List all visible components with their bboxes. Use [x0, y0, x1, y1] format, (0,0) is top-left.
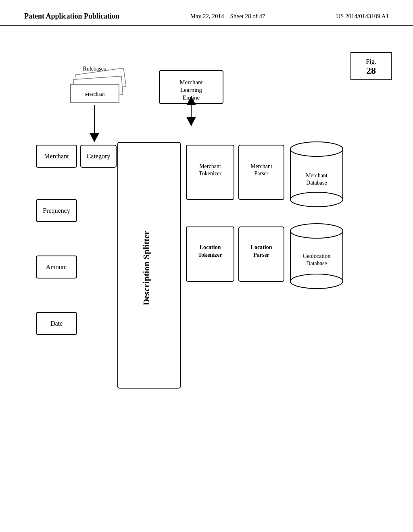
svg-text:Parser: Parser: [254, 170, 269, 177]
svg-text:Location: Location: [251, 244, 272, 250]
svg-rect-3: [75, 68, 126, 93]
svg-text:Tokenizer: Tokenizer: [199, 170, 221, 177]
svg-text:Fig.: Fig.: [366, 58, 376, 65]
svg-marker-19: [186, 96, 196, 105]
svg-point-52: [290, 224, 343, 238]
svg-rect-51: [290, 231, 343, 281]
svg-rect-37: [239, 145, 284, 200]
svg-marker-20: [186, 117, 196, 126]
svg-rect-26: [81, 145, 116, 167]
svg-marker-17: [90, 133, 99, 142]
svg-text:Frequency: Frequency: [43, 207, 70, 214]
diagram-svg: Fig. 28 Issuer Processor Merchant Ruleba…: [0, 30, 413, 522]
publication-title: Patent Application Publication: [24, 11, 119, 21]
svg-text:Date: Date: [50, 320, 63, 327]
svg-point-42: [290, 192, 343, 207]
svg-text:Parser: Parser: [253, 252, 269, 258]
svg-text:Learning: Learning: [180, 87, 202, 93]
svg-text:Merchant: Merchant: [306, 172, 327, 179]
svg-rect-32: [36, 312, 77, 335]
svg-text:Merchant: Merchant: [199, 163, 221, 169]
svg-rect-7: [71, 84, 119, 103]
svg-text:Issuer: Issuer: [94, 77, 108, 85]
svg-rect-24: [36, 145, 77, 167]
svg-rect-0: [351, 52, 391, 80]
svg-rect-40: [290, 149, 343, 200]
svg-text:Merchant: Merchant: [44, 153, 69, 160]
svg-text:Category: Category: [87, 153, 111, 160]
svg-text:Description Splitter: Description Splitter: [141, 231, 151, 305]
diagram-area: Fig. 28 Issuer Processor Merchant Ruleba…: [0, 30, 413, 522]
publication-date-sheet: May 22, 2014 Sheet 28 of 47: [190, 11, 265, 21]
svg-text:Tokenizer: Tokenizer: [198, 252, 222, 258]
svg-text:Geolocation: Geolocation: [303, 253, 330, 259]
svg-text:28: 28: [366, 65, 376, 76]
svg-text:Merchant: Merchant: [85, 91, 105, 97]
patent-number: US 2014/0143109 A1: [336, 11, 389, 21]
svg-rect-30: [36, 256, 77, 278]
publication-sheet: Sheet 28 of 47: [230, 13, 265, 19]
svg-rect-22: [118, 142, 180, 388]
svg-rect-28: [36, 200, 77, 222]
publication-date: May 22, 2014: [190, 13, 224, 19]
svg-text:Processor: Processor: [88, 84, 108, 91]
svg-point-53: [290, 274, 343, 289]
svg-text:Engine: Engine: [183, 94, 200, 101]
svg-text:Rulebases: Rulebases: [83, 66, 106, 72]
svg-text:Merchant: Merchant: [250, 163, 272, 169]
svg-point-41: [290, 142, 343, 156]
svg-text:Database: Database: [306, 260, 327, 266]
page-header: Patent Application Publication May 22, 2…: [0, 0, 413, 26]
svg-rect-45: [186, 227, 234, 281]
svg-text:Database: Database: [306, 180, 327, 186]
svg-rect-34: [186, 145, 234, 200]
svg-text:Location: Location: [200, 244, 221, 250]
svg-text:Amount: Amount: [46, 264, 67, 270]
svg-rect-48: [239, 227, 284, 281]
svg-rect-5: [73, 76, 123, 98]
svg-text:Merchant: Merchant: [179, 79, 203, 85]
svg-rect-10: [159, 71, 223, 104]
